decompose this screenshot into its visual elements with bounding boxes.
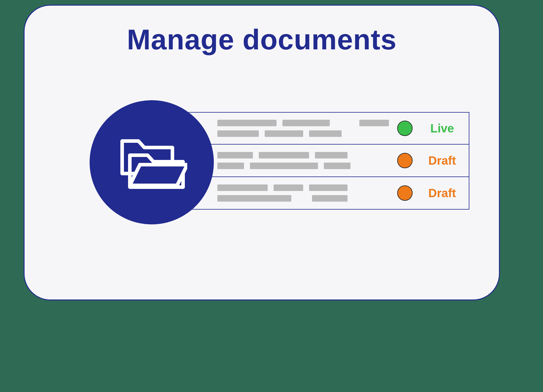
status-label: Live — [421, 122, 463, 135]
card-title: Manage documents — [25, 23, 499, 56]
status-dot-icon — [397, 121, 413, 136]
folder-icon-circle — [90, 100, 214, 224]
status-dot-icon — [397, 153, 413, 168]
folder-open-icon — [116, 132, 187, 192]
status-dot-icon — [397, 185, 413, 201]
status-label: Draft — [421, 187, 463, 200]
card-content: Live Draft — [25, 100, 499, 248]
document-text-placeholder — [217, 184, 397, 202]
document-text-placeholder — [217, 152, 397, 169]
manage-documents-card: Manage documents — [24, 5, 500, 300]
document-text-placeholder — [217, 120, 397, 137]
status-label: Draft — [421, 154, 463, 167]
